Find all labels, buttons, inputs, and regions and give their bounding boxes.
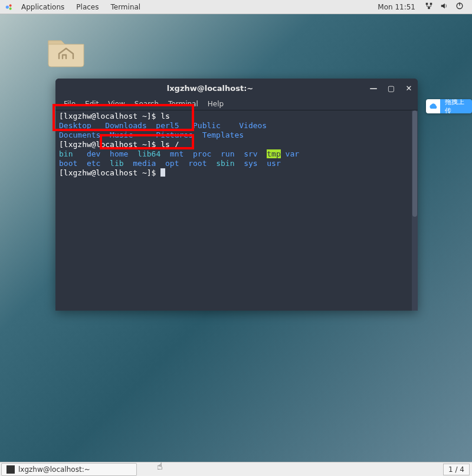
- maximize-button[interactable]: ▢: [382, 84, 400, 93]
- taskbar-item-label: lxgzhw@localhost:~: [18, 465, 90, 474]
- menu-edit[interactable]: Edit: [80, 100, 103, 108]
- volume-icon[interactable]: [440, 2, 448, 12]
- top-panel: Applications Places Terminal Mon 11:51: [0, 0, 472, 14]
- workspace-indicator[interactable]: 1 / 4: [443, 464, 470, 475]
- minimize-button[interactable]: —: [365, 84, 382, 93]
- menu-help[interactable]: Help: [203, 100, 228, 108]
- clock[interactable]: Mon 11:51: [372, 3, 421, 11]
- terminal-body[interactable]: [lxgzhw@localhost ~]$ lsDesktop Download…: [55, 110, 418, 311]
- svg-point-0: [6, 5, 9, 8]
- svg-rect-5: [428, 7, 430, 9]
- terminal-task-icon: [6, 465, 15, 474]
- terminal-menubar: File Edit View Search Terminal Help: [55, 97, 418, 110]
- close-button[interactable]: ✕: [400, 84, 418, 93]
- svg-rect-4: [430, 3, 432, 5]
- menu-places[interactable]: Places: [70, 3, 104, 11]
- menu-file[interactable]: File: [59, 100, 80, 108]
- titlebar[interactable]: lxgzhw@localhost:~ — ▢ ✕: [55, 79, 418, 97]
- svg-rect-7: [459, 2, 460, 5]
- scroll-thumb[interactable]: [412, 110, 417, 217]
- cloud-icon: [426, 99, 440, 113]
- network-icon[interactable]: [425, 2, 433, 12]
- svg-point-1: [9, 4, 12, 6]
- terminal-scrollbar[interactable]: [412, 110, 418, 311]
- menu-search[interactable]: Search: [130, 100, 163, 108]
- cloud-upload-label: 拖拽上传: [440, 99, 472, 113]
- taskbar: lxgzhw@localhost:~ 1 / 4: [0, 462, 472, 476]
- power-icon[interactable]: [455, 2, 464, 12]
- menu-view[interactable]: View: [103, 100, 129, 108]
- svg-rect-3: [426, 3, 428, 5]
- terminal-content: [lxgzhw@localhost ~]$ lsDesktop Download…: [59, 112, 411, 178]
- menu-terminal[interactable]: Terminal: [163, 100, 203, 108]
- menu-terminal[interactable]: Terminal: [104, 3, 146, 11]
- cloud-upload-pill[interactable]: 拖拽上传: [426, 99, 472, 113]
- menu-applications[interactable]: Applications: [15, 3, 70, 11]
- desktop-home-folder[interactable]: [42, 32, 90, 72]
- folder-icon: [45, 32, 87, 70]
- distro-logo-icon: [5, 3, 13, 11]
- window-title: lxgzhw@localhost:~: [55, 84, 365, 93]
- svg-point-2: [9, 7, 12, 9]
- taskbar-item-terminal[interactable]: lxgzhw@localhost:~: [1, 463, 137, 476]
- terminal-window: lxgzhw@localhost:~ — ▢ ✕ File Edit View …: [55, 79, 418, 311]
